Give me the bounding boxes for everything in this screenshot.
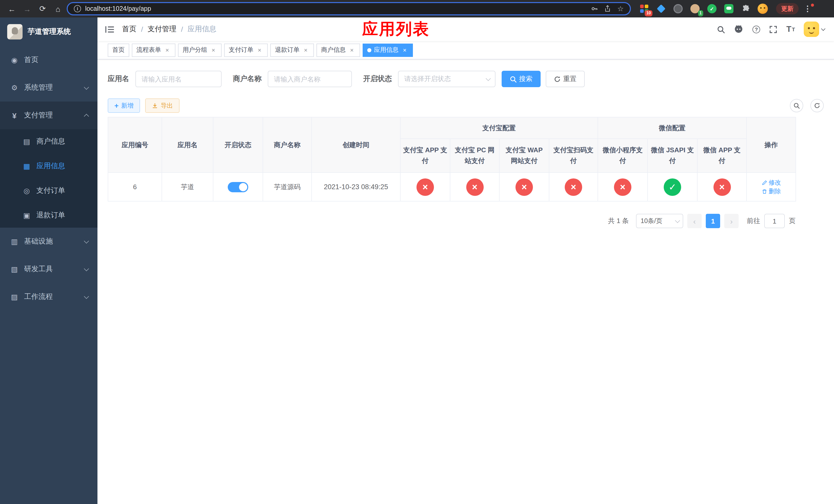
col-app-name: 应用名 bbox=[162, 117, 213, 173]
tab-process-form[interactable]: 流程表单× bbox=[132, 43, 175, 56]
sidebar: 芋道管理系统 ◉ 首页 ⚙ 系统管理 ¥ 支付管理 bbox=[0, 18, 97, 504]
sidebar-item-app-info[interactable]: ▦ 应用信息 bbox=[0, 154, 97, 178]
chevron-down-icon bbox=[84, 294, 89, 299]
share-icon[interactable] bbox=[605, 5, 611, 12]
col-alipay-wap: 支付宝 WAP 网站支付 bbox=[499, 139, 549, 173]
tab-user-group[interactable]: 用户分组× bbox=[178, 43, 222, 56]
sidebar-item-pay-order[interactable]: ◎ 支付订单 bbox=[0, 178, 97, 203]
alipay-wap-status-icon: × bbox=[515, 178, 533, 196]
dashboard-icon: ◉ bbox=[9, 56, 20, 64]
goto-page-input[interactable] bbox=[764, 214, 785, 228]
monitor-icon: ▥ bbox=[9, 237, 20, 246]
password-key-icon[interactable] bbox=[591, 5, 598, 12]
fullscreen-icon[interactable] bbox=[765, 18, 782, 41]
github-icon[interactable] bbox=[729, 18, 748, 41]
refresh-button[interactable] bbox=[810, 99, 824, 112]
sidebar-item-system[interactable]: ⚙ 系统管理 bbox=[0, 74, 97, 101]
sidebar-item-refund-order[interactable]: ▣ 退款订单 bbox=[0, 203, 97, 228]
sidebar-menu: ◉ 首页 ⚙ 系统管理 ¥ 支付管理 ▤ 商户信息 bbox=[0, 46, 97, 311]
navbar: 首页 / 支付管理 / 应用信息 应用列表 ? bbox=[97, 18, 834, 41]
app-name-input[interactable] bbox=[135, 71, 222, 87]
font-size-icon[interactable]: TT bbox=[782, 18, 799, 41]
col-alipay-app: 支付宝 APP 支付 bbox=[400, 139, 450, 173]
reset-button[interactable]: 重置 bbox=[546, 71, 585, 87]
sidebar-item-label: 首页 bbox=[24, 55, 39, 65]
extension-green-check-icon[interactable]: ✓ bbox=[706, 3, 718, 15]
back-button[interactable]: ← bbox=[5, 2, 19, 15]
tab-close-icon[interactable]: × bbox=[302, 46, 309, 53]
logo-avatar bbox=[7, 24, 23, 40]
extension-gem-icon[interactable] bbox=[655, 3, 667, 15]
col-wechat-app: 微信 APP 支付 bbox=[697, 139, 747, 173]
add-button[interactable]: + 新增 bbox=[108, 98, 140, 113]
profile-avatar-icon[interactable] bbox=[756, 3, 769, 15]
url-text: localhost:1024/pay/app bbox=[85, 5, 151, 12]
bookmark-star-icon[interactable]: ☆ bbox=[617, 5, 624, 13]
col-alipay-pc: 支付宝 PC 网站支付 bbox=[450, 139, 499, 173]
sidebar-item-workflow[interactable]: ▨ 工作流程 bbox=[0, 283, 97, 311]
prev-page-button[interactable]: ‹ bbox=[687, 214, 702, 228]
sidebar-item-merchant-info[interactable]: ▤ 商户信息 bbox=[0, 129, 97, 154]
edit-link[interactable]: 修改 bbox=[762, 178, 781, 187]
chevron-down-icon bbox=[84, 84, 89, 90]
extension-blocks-icon[interactable]: 10 bbox=[638, 3, 650, 15]
sidebar-item-pay[interactable]: ¥ 支付管理 bbox=[0, 101, 97, 129]
app-title: 芋道管理系统 bbox=[28, 27, 71, 37]
tab-merchant-info[interactable]: 商户信息× bbox=[316, 43, 360, 56]
address-bar[interactable]: i localhost:1024/pay/app ☆ bbox=[67, 2, 631, 15]
status-select[interactable]: 请选择开启状态 bbox=[398, 71, 496, 87]
merchant-name-input[interactable] bbox=[268, 71, 352, 87]
next-page-button[interactable]: › bbox=[724, 214, 739, 228]
tab-close-icon[interactable]: × bbox=[163, 46, 171, 53]
credit-card-icon: ▤ bbox=[22, 137, 32, 145]
tab-close-icon[interactable]: × bbox=[401, 46, 408, 53]
tab-close-icon[interactable]: × bbox=[348, 46, 355, 53]
extension-dark-icon[interactable] bbox=[672, 3, 684, 15]
browser-update-button[interactable]: 更新 bbox=[776, 3, 798, 14]
help-icon[interactable]: ? bbox=[748, 18, 765, 41]
hamburger-icon[interactable] bbox=[97, 18, 122, 41]
tab-refund-order[interactable]: 退款订单× bbox=[270, 43, 314, 56]
reload-button[interactable]: ⟳ bbox=[36, 2, 49, 15]
search-icon[interactable] bbox=[712, 18, 729, 41]
page-1-button[interactable]: 1 bbox=[706, 214, 720, 228]
status-label: 开启状态 bbox=[363, 74, 392, 84]
breadcrumb-home[interactable]: 首页 bbox=[122, 25, 136, 34]
alipay-pc-status-icon: × bbox=[466, 178, 483, 196]
tab-app-info[interactable]: 应用信息× bbox=[363, 43, 413, 56]
delete-link[interactable]: 删除 bbox=[762, 187, 781, 196]
group-wechat-config: 微信配置 bbox=[598, 117, 747, 139]
sidebar-item-home[interactable]: ◉ 首页 bbox=[0, 46, 97, 74]
sidebar-item-label: 支付订单 bbox=[37, 186, 65, 196]
sidebar-item-infra[interactable]: ▥ 基础设施 bbox=[0, 228, 97, 255]
forward-button[interactable]: → bbox=[21, 2, 34, 15]
export-button[interactable]: 导出 bbox=[145, 98, 179, 113]
browser-menu-icon[interactable]: ⋮ bbox=[801, 4, 814, 13]
site-info-icon[interactable]: i bbox=[74, 5, 81, 12]
tab-close-icon[interactable]: × bbox=[210, 46, 217, 53]
navbar-actions: ? TT bbox=[712, 18, 834, 41]
search-button[interactable]: 搜索 bbox=[502, 71, 541, 87]
user-avatar[interactable] bbox=[799, 22, 829, 37]
extension-avatar-icon[interactable]: 1 bbox=[689, 3, 701, 15]
breadcrumb-pay[interactable]: 支付管理 bbox=[148, 25, 176, 34]
tab-close-icon[interactable]: × bbox=[256, 46, 263, 53]
extension-chat-icon[interactable] bbox=[723, 3, 735, 15]
home-button[interactable]: ⌂ bbox=[51, 2, 65, 15]
sidebar-item-label: 退款订单 bbox=[37, 211, 65, 220]
sidebar-item-dev-tools[interactable]: ▧ 研发工具 bbox=[0, 255, 97, 283]
app-logo[interactable]: 芋道管理系统 bbox=[0, 18, 97, 46]
toggle-search-button[interactable] bbox=[790, 99, 803, 112]
toolbox-icon: ▧ bbox=[9, 265, 20, 273]
extensions-puzzle-icon[interactable] bbox=[740, 3, 752, 15]
cell-status bbox=[213, 173, 263, 201]
cell-app-id: 6 bbox=[108, 173, 162, 201]
plus-icon: + bbox=[114, 101, 118, 110]
status-toggle[interactable] bbox=[228, 182, 248, 192]
tab-home[interactable]: 首页 bbox=[108, 43, 129, 56]
cell-app-name: 芋道 bbox=[162, 173, 213, 201]
tab-pay-order[interactable]: 支付订单× bbox=[224, 43, 268, 56]
page-size-select[interactable]: 10条/页 bbox=[636, 214, 683, 228]
col-wechat-mini: 微信小程序支付 bbox=[598, 139, 648, 173]
sidebar-item-label: 工作流程 bbox=[24, 292, 53, 301]
